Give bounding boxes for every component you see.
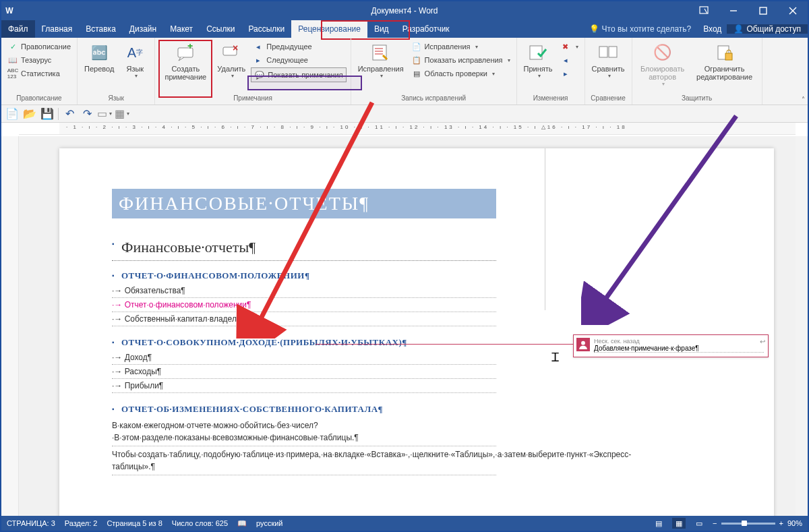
tab-insert[interactable]: Вставка [79,20,123,38]
list-item-commented[interactable]: ·→ Отчет·о·финансовом·положении¶ [112,298,496,312]
share-icon: 👤 [733,24,744,34]
group-comments: +Создать примечание ×Удалить ◂Предыдущее… [155,38,351,105]
reject-icon: ✖ [560,41,571,52]
zoom-out-icon[interactable]: − [713,519,717,527]
tab-developer[interactable]: Разработчик [396,20,456,38]
print-layout-icon[interactable]: ▦ [672,518,686,529]
accept-icon [527,42,549,63]
group-tracking: Исправления 📄Исправления 📋Показать испра… [351,38,517,105]
heading-1[interactable]: Финансовые·отчеты¶ [112,239,496,261]
qat-undo-icon[interactable]: ↶ [63,107,76,121]
section-3-heading[interactable]: ОТЧЕТ·ОБ·ИЗМЕНЕНИЯХ·СОБСТВЕННОГО·КАПИТАЛ… [112,404,496,415]
vertical-ruler[interactable] [1,136,19,516]
lightbulb-icon: 💡 [589,24,599,34]
qat-new-icon[interactable]: 📄 [5,107,19,121]
qat-shape-icon[interactable]: ▭ [98,107,111,121]
next-comment-button[interactable]: ▸Следующее [251,54,346,66]
tab-mailings[interactable]: Рассылки [241,20,291,38]
delete-comment-icon: × [220,42,242,63]
group-compare: Сравнить Сравнение [585,38,632,105]
qat-open-icon[interactable]: 📂 [23,107,36,121]
status-section[interactable]: Раздел: 2 [65,519,98,527]
close-button[interactable] [778,1,808,20]
tab-layout[interactable]: Макет [163,20,200,38]
thesaurus-button[interactable]: 📖Тезаурус [5,54,73,66]
comment-text[interactable]: Добавляем·примечание·к·фразе¶ [594,345,764,353]
new-comment-button[interactable]: +Создать примечание [158,39,213,84]
svg-point-15 [581,341,585,345]
zoom-in-icon[interactable]: + [779,519,783,527]
status-language[interactable]: русский [256,519,282,527]
minimize-button[interactable] [719,1,748,20]
compare-icon [597,42,619,63]
list-item[interactable]: ·→ Обязательства¶ [112,284,496,298]
prev-comment-button[interactable]: ◂Предыдущее [251,40,346,53]
paragraph[interactable]: В·каком·ежегодном·отчете·можно·обойтись·… [112,417,496,446]
section-1-heading[interactable]: ОТЧЕТ·О·ФИНАНСОВОМ·ПОЛОЖЕНИИ¶ [112,270,496,281]
next-change-button[interactable]: ▸ [558,67,580,80]
list-item[interactable]: ·→ Собственный·капитал·владельцев¶ [112,312,496,326]
read-mode-icon[interactable]: ▤ [652,518,665,529]
list-item[interactable]: ·→ Расходы¶ [112,365,496,379]
vertical-scrollbar[interactable] [796,136,806,516]
ribbon: ✓Правописание 📖Тезаурус ABC123Статистика… [1,38,808,105]
qat-table-icon[interactable]: ▦ [115,107,129,121]
zoom-value[interactable]: 90% [787,519,802,527]
margin-line [545,148,545,310]
zoom-slider[interactable] [721,523,775,525]
ribbon-display-options-icon[interactable] [689,1,719,20]
prev-icon: ◂ [253,41,264,52]
reject-button[interactable]: ✖ [558,40,580,53]
web-layout-icon[interactable]: ▭ [692,518,706,529]
svg-rect-11 [599,47,607,57]
compare-button[interactable]: Сравнить [588,39,629,82]
spelling-button[interactable]: ✓Правописание [5,40,73,53]
zoom-control[interactable]: − + 90% [713,519,802,527]
accept-button[interactable]: Принять [520,39,557,82]
doc-title[interactable]: ФИНАНСОВЫЕ·ОТЧЕТЫ¶ [112,189,496,218]
show-markup-dropdown[interactable]: 📋Показать исправления [409,54,512,66]
maximize-button[interactable] [748,1,778,20]
comment-balloon[interactable]: Неск. сек. назад Добавляем·примечание·к·… [573,334,769,357]
tab-references[interactable]: Ссылки [200,20,241,38]
language-button[interactable]: A字Язык [118,39,152,82]
tab-design[interactable]: Дизайн [123,20,163,38]
list-item[interactable]: ·→ Доход¶ [112,351,496,365]
tab-file[interactable]: Файл [1,20,35,38]
markup-icon: 📄 [411,41,422,52]
qat-save-icon[interactable]: 💾 [40,107,54,121]
translate-button[interactable]: 🔤Перевод [80,39,118,76]
document-content[interactable]: ФИНАНСОВЫЕ·ОТЧЕТЫ¶ Финансовые·отчеты¶ ОТ… [112,189,496,475]
status-page-of[interactable]: Страница 5 из 8 [107,519,162,527]
track-changes-button[interactable]: Исправления [354,39,408,82]
status-word-count[interactable]: Число слов: 625 [172,519,228,527]
reviewing-pane-dropdown[interactable]: ▤Область проверки [409,67,512,80]
login-link[interactable]: Вход [698,24,727,34]
text-cursor-icon: Ꮖ [551,351,560,365]
page[interactable]: ФИНАНСОВЫЕ·ОТЧЕТЫ¶ Финансовые·отчеты¶ ОТ… [59,148,774,516]
tab-home[interactable]: Главная [35,20,80,38]
lock-icon [714,42,736,63]
show-comments-icon: 💬 [254,69,265,80]
word-count-button[interactable]: ABC123Статистика [5,67,73,80]
restrict-editing-button[interactable]: Ограничить редактирование [690,39,759,84]
list-item[interactable]: ·→ Прибыли¶ [112,379,496,393]
delete-comment-button[interactable]: ×Удалить [213,39,249,82]
paragraph[interactable]: Чтобы·создать·таблицу,·подобную·таблице·… [112,446,496,475]
tab-review[interactable]: Рецензирование [291,20,367,38]
section-2-heading[interactable]: ОТЧЕТ·О·СОВОКУПНОМ·ДОХОДЕ·(ПРИБЫЛЯХ·И·УБ… [112,337,496,348]
reply-icon[interactable]: ↩ [760,338,765,345]
block-authors-button[interactable]: 🚫Блокировать авторов [635,39,690,90]
show-comments-button[interactable]: 💬Показать примечания [251,67,346,82]
translate-icon: 🔤 [88,42,110,63]
status-proof-icon[interactable]: 📖 [237,519,247,528]
tell-me-search[interactable]: 💡Что вы хотите сделать? [582,24,698,34]
collapse-ribbon-icon[interactable]: ˄ [802,96,805,103]
status-page[interactable]: СТРАНИЦА: 3 [7,519,55,527]
display-for-review-dropdown[interactable]: 📄Исправления [409,40,512,53]
share-button[interactable]: 👤Общий доступ [727,24,808,34]
tab-view[interactable]: Вид [367,20,396,38]
qat-redo-icon[interactable]: ↷ [80,107,94,121]
horizontal-ruler[interactable]: · 1 · ı · 2 · ı · 3 · ı · 4 · ı · 5 · ı … [19,123,796,135]
prev-change-button[interactable]: ◂ [558,54,580,66]
